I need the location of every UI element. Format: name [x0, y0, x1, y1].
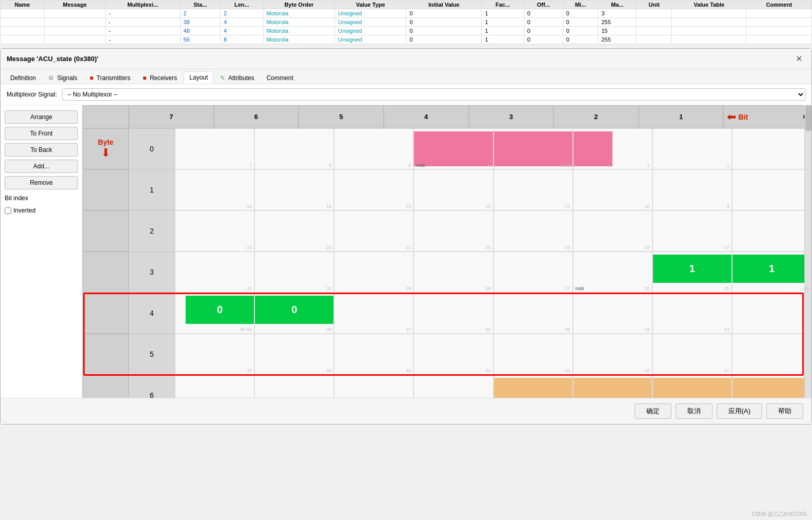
row-label-6-spacer [83, 375, 129, 398]
signal-table: Name Message Multiplexi... Sta... Len...… [0, 0, 812, 44]
row-byte-0: 0 [129, 128, 175, 169]
cell-6-4: 52msb [413, 375, 493, 398]
cancel-button[interactable]: 取消 [676, 403, 712, 419]
signals-icon: ⚙ [48, 74, 54, 82]
grid-row-0: Byte ⬇ 0 7 6 5 4 msb [83, 128, 811, 169]
tab-bar: Definition ⚙ Signals ■ Transmitters ■ Re… [1, 69, 811, 84]
inverted-checkbox[interactable] [5, 207, 11, 214]
row-byte-3: 3 [129, 252, 175, 293]
cell-6-0: 48 [732, 375, 811, 398]
cell-3-7: 31 [175, 252, 254, 293]
cell-4-6: 0 38 [254, 293, 334, 334]
close-button[interactable]: ✕ [793, 53, 805, 65]
tab-attributes[interactable]: ✎ Attributes [214, 72, 260, 84]
table-row[interactable]: -22 MotorolaUnsigned0 1003 [1, 9, 812, 18]
col-header-0-bit: ⬅ Bit 0 [723, 105, 811, 128]
cell-4-1: 33 [652, 293, 732, 334]
arrange-button[interactable]: Arrange [5, 110, 78, 124]
confirm-button[interactable]: 确定 [635, 403, 671, 419]
col-header-6: 6 [214, 105, 299, 128]
tab-signals[interactable]: ⚙ Signals [43, 72, 83, 84]
grid-row-4: 4 0 39 lsb 0 38 [83, 293, 811, 334]
bit-label-text: Bit [738, 113, 748, 121]
cell-6-5: 53 [334, 375, 413, 398]
cell-2-3: 19 [493, 210, 573, 252]
row-label-3-spacer [83, 252, 129, 293]
cell-6-1: 49 lsb [652, 375, 732, 398]
tab-comment[interactable]: Comment [261, 72, 299, 84]
grid-row-5: 5 47 46 45 44 43 42 41 40 [83, 334, 811, 375]
col-mi: Mi... [563, 1, 598, 9]
cell-0-2: 2 [573, 128, 652, 169]
col-start: Sta... [180, 1, 221, 9]
layout-grid-area: 7 6 5 4 3 2 1 ⬅ Bit 0 [83, 105, 811, 398]
left-panel: Arrange To Front To Back Add... Remove B… [1, 105, 83, 398]
to-back-button[interactable]: To Back [5, 143, 78, 157]
col-message: Message [44, 1, 105, 9]
grid-row-2: 2 23 22 21 20 19 18 17 16 [83, 210, 811, 252]
mux-select[interactable]: – No Multiplexor – [62, 88, 805, 101]
table-row[interactable]: -568 MotorolaUnsigned0 100255 [1, 35, 812, 44]
bit-arrow-icon: ⬅ [727, 110, 736, 124]
scrollbar-thumb[interactable] [805, 105, 811, 131]
byte-arrow-icon: ⬇ [101, 146, 110, 160]
grid-header: 7 6 5 4 3 2 1 ⬅ Bit 0 [83, 105, 811, 128]
row-label-1-spacer [83, 169, 129, 210]
cell-5-7: 47 [175, 334, 254, 375]
cell-2-6: 22 [254, 210, 334, 252]
table-row[interactable]: -484 MotorolaUnsigned0 10015 [1, 27, 812, 35]
remove-button[interactable]: Remove [5, 176, 78, 189]
tab-definition[interactable]: Definition [5, 72, 42, 84]
cell-6-2: 50 [573, 375, 652, 398]
cell-5-6: 46 [254, 334, 334, 375]
tab-layout[interactable]: Layout [184, 71, 213, 84]
tx-icon: ■ [90, 74, 93, 82]
col-comment: Comment [746, 1, 812, 9]
cell-2-5: 21 [334, 210, 413, 252]
cell-5-0: 40 [732, 334, 811, 375]
grid-row-1: 1 15 14 13 12 11 10 9 8 [83, 169, 811, 210]
cell-0-3: 3 lsb [493, 128, 573, 169]
cell-4-2: 34 [573, 293, 652, 334]
cell-0-7: 7 [175, 128, 254, 169]
cell-1-6: 14 [254, 169, 334, 210]
mux-label: Multiplexor Signal: [7, 91, 57, 98]
cell-3-0: 1 24 [732, 252, 811, 293]
add-button[interactable]: Add... [5, 160, 78, 173]
apply-button[interactable]: 应用(A) [717, 403, 762, 419]
cell-3-1: 1 25 [652, 252, 732, 293]
byte-label-text: Byte [98, 138, 113, 146]
cell-3-5: 29 [334, 252, 413, 293]
cell-5-2: 42 [573, 334, 652, 375]
col-header-4: 4 [384, 105, 469, 128]
cell-0-5: 5 [334, 128, 413, 169]
tab-transmitters[interactable]: ■ Transmitters [84, 72, 136, 84]
help-button[interactable]: 帮助 [766, 403, 803, 419]
col-ma: Ma... [598, 1, 637, 9]
cell-5-1: 41 [652, 334, 732, 375]
grid-scroll[interactable]: 7 6 5 4 3 2 1 ⬅ Bit 0 [83, 105, 811, 398]
cell-2-7: 23 [175, 210, 254, 252]
cell-3-6: 30 [254, 252, 334, 293]
signal-val-1b: 1 [769, 263, 775, 275]
table-row[interactable]: -384 MotorolaUnsigned0 100255 [1, 18, 812, 27]
cell-1-2: 10 [573, 169, 652, 210]
attr-icon: ✎ [220, 74, 225, 82]
cell-1-0: 8 [732, 169, 811, 210]
inverted-label: Inverted [13, 207, 35, 214]
bit-index-section: Bit index [5, 195, 78, 202]
dialog-footer: 确定 取消 应用(A) 帮助 [1, 398, 811, 424]
row-byte-2: 2 [129, 210, 175, 252]
to-front-button[interactable]: To Front [5, 127, 78, 140]
cell-2-0: 16 [732, 210, 811, 252]
mux-row: Multiplexor Signal: – No Multiplexor – [1, 84, 811, 105]
tab-receivers[interactable]: ■ Receivers [137, 72, 183, 84]
message-dialog: Message 'ACU_state (0x380)' ✕ Definition… [0, 48, 812, 425]
row-byte-5: 5 [129, 334, 175, 375]
inverted-row: Inverted [5, 207, 78, 214]
cell-1-4: 12 [413, 169, 493, 210]
row-label-5-spacer [83, 334, 129, 375]
col-header-2: 2 [553, 105, 639, 128]
rx-icon: ■ [143, 74, 146, 82]
vertical-scrollbar[interactable] [804, 105, 811, 398]
